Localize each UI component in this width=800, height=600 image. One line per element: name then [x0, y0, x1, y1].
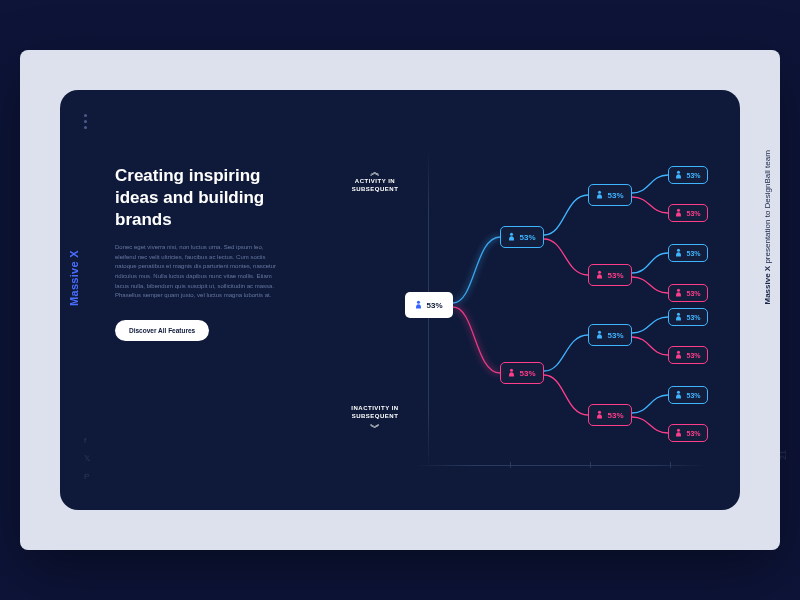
- person-icon: [675, 312, 682, 322]
- tree-node: 53%: [588, 264, 632, 286]
- person-icon: [508, 232, 515, 242]
- svg-point-0: [417, 301, 420, 304]
- horizontal-axis: [415, 465, 705, 466]
- chevron-up-icon: ︽: [340, 168, 410, 175]
- svg-point-7: [677, 171, 680, 174]
- chevron-down-icon: ︾: [340, 424, 410, 431]
- tree-root-node: 53%: [405, 292, 453, 318]
- svg-point-12: [677, 351, 680, 354]
- discover-button[interactable]: Discover All Features: [115, 320, 209, 341]
- axis-tick: [590, 462, 591, 468]
- footer-credit: Massive X presentation to DesignBall tea…: [762, 150, 771, 304]
- tree-node: 53%: [500, 362, 544, 384]
- person-icon: [675, 288, 682, 298]
- top-axis-label: ︽ ACTIVITY IN SUBSEQUENT: [340, 165, 410, 194]
- bottom-axis-label: INACTIVITY IN SUBSEQUENT ︾: [340, 405, 410, 434]
- facebook-icon[interactable]: f: [84, 436, 92, 444]
- person-icon: [596, 190, 603, 200]
- tree-node: 53%: [588, 184, 632, 206]
- svg-point-2: [510, 369, 513, 372]
- svg-point-11: [677, 313, 680, 316]
- svg-point-1: [510, 233, 513, 236]
- tree-leaf: 53%: [668, 424, 708, 442]
- tree-leaf: 53%: [668, 204, 708, 222]
- tree-diagram: ︽ ACTIVITY IN SUBSEQUENT INACTIVITY IN S…: [310, 125, 720, 485]
- svg-point-10: [677, 289, 680, 292]
- person-icon: [508, 368, 515, 378]
- svg-point-9: [677, 249, 680, 252]
- person-icon: [675, 350, 682, 360]
- tree-leaf: 53%: [668, 284, 708, 302]
- tree-leaf: 53%: [668, 346, 708, 364]
- backdrop: Massive X presentation to DesignBall tea…: [20, 50, 780, 550]
- person-icon: [415, 300, 422, 310]
- menu-dots-icon[interactable]: [84, 114, 87, 129]
- text-content: Creating inspiring ideas and building br…: [115, 165, 285, 341]
- slide-card: Massive X f 𝕏 P Creating inspiring ideas…: [60, 90, 740, 510]
- person-icon: [596, 410, 603, 420]
- slide-title: Creating inspiring ideas and building br…: [115, 165, 285, 231]
- tree-leaf: 53%: [668, 166, 708, 184]
- person-icon: [675, 208, 682, 218]
- social-icons: f 𝕏 P: [84, 436, 92, 480]
- svg-point-4: [598, 271, 601, 274]
- svg-point-13: [677, 391, 680, 394]
- svg-point-14: [677, 429, 680, 432]
- svg-point-3: [598, 191, 601, 194]
- pinterest-icon[interactable]: P: [84, 472, 92, 480]
- page-number: 21: [778, 450, 788, 460]
- svg-point-8: [677, 209, 680, 212]
- slide-description: Donec eget viverra nisi, non luctus urna…: [115, 243, 285, 301]
- person-icon: [675, 248, 682, 258]
- axis-tick: [670, 462, 671, 468]
- tree-leaf: 53%: [668, 386, 708, 404]
- brand-label: Massive X: [68, 250, 80, 306]
- svg-point-6: [598, 411, 601, 414]
- tree-node: 53%: [588, 324, 632, 346]
- svg-point-5: [598, 331, 601, 334]
- axis-tick: [510, 462, 511, 468]
- tree-leaf: 53%: [668, 308, 708, 326]
- person-icon: [675, 170, 682, 180]
- tree-node: 53%: [500, 226, 544, 248]
- tree-node: 53%: [588, 404, 632, 426]
- person-icon: [596, 270, 603, 280]
- person-icon: [596, 330, 603, 340]
- person-icon: [675, 428, 682, 438]
- tree-leaf: 53%: [668, 244, 708, 262]
- twitter-icon[interactable]: 𝕏: [84, 454, 92, 462]
- person-icon: [675, 390, 682, 400]
